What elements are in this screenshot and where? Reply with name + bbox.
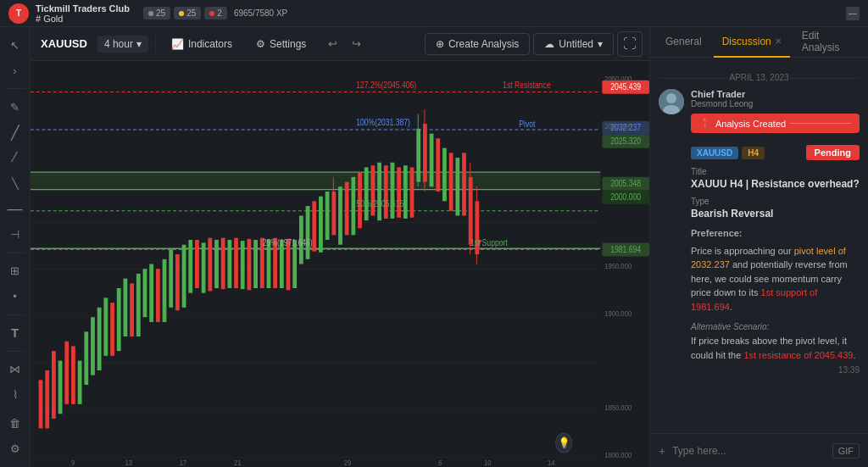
cursor-tool[interactable]: ↖ xyxy=(3,34,27,56)
nav-buttons: ↩ ↪ xyxy=(321,33,367,55)
crosshair-tool[interactable]: ╲ xyxy=(3,172,27,194)
alt-scenario-body: If price breaks above the pivot level, i… xyxy=(691,334,860,362)
svg-rect-29 xyxy=(117,288,121,351)
svg-rect-80 xyxy=(430,134,434,187)
svg-rect-66 xyxy=(351,177,355,235)
svg-rect-74 xyxy=(403,165,408,219)
svg-rect-71 xyxy=(384,165,388,219)
svg-rect-30 xyxy=(124,279,128,336)
svg-text:2000.000: 2000.000 xyxy=(604,121,632,131)
svg-rect-65 xyxy=(345,182,349,236)
svg-rect-40 xyxy=(188,240,192,293)
text-tool[interactable]: T xyxy=(3,322,27,344)
gif-button[interactable]: GIF xyxy=(832,443,860,459)
svg-rect-20 xyxy=(58,361,63,414)
svg-rect-37 xyxy=(169,249,173,307)
horizontal-tool[interactable]: — xyxy=(3,197,27,220)
svg-rect-28 xyxy=(110,303,114,356)
logo-icon: T xyxy=(8,3,29,24)
timestamp: 13:39 xyxy=(691,362,860,381)
pencil-tool[interactable]: ✎ xyxy=(3,96,27,118)
svg-rect-72 xyxy=(391,163,395,219)
alt-scenario-label: Alternative Scenario: xyxy=(691,322,860,331)
expand-tool[interactable]: › xyxy=(3,59,27,81)
timeframe-selector[interactable]: 4 hour ▾ xyxy=(97,36,148,53)
brand-text: Tickmill Traders Club # Gold xyxy=(36,3,130,24)
grid-tool[interactable]: ⊞ xyxy=(3,260,27,282)
chat-input[interactable] xyxy=(672,445,825,457)
svg-text:1981.694: 1981.694 xyxy=(610,244,641,254)
left-toolbar: ↖ › ✎ ╱ ∕ ╲ — ⊣ ⊞ • T ⋈ ⌇ 🗑 ⚙ xyxy=(0,27,31,467)
trash-tool[interactable]: 🗑 xyxy=(3,413,27,435)
svg-rect-34 xyxy=(149,264,153,322)
svg-text:1900.000: 1900.000 xyxy=(604,309,632,318)
status-badge: Pending xyxy=(806,145,860,160)
svg-rect-44 xyxy=(214,240,219,288)
svg-text:1850.000: 1850.000 xyxy=(604,403,632,412)
svg-rect-68 xyxy=(364,167,369,220)
svg-rect-75 xyxy=(410,167,415,217)
panel-input-bar: + GIF xyxy=(650,433,868,467)
title-value: XAUUU H4 | Resistance overhead? xyxy=(691,178,860,190)
svg-text:9: 9 xyxy=(71,458,75,467)
svg-text:13: 13 xyxy=(125,458,132,467)
extend-line-tool[interactable]: ⊣ xyxy=(3,223,27,245)
symbol-tag: XAUUSD xyxy=(691,147,738,159)
svg-rect-24 xyxy=(84,331,88,385)
svg-rect-48 xyxy=(241,241,245,289)
create-analysis-button[interactable]: ⊕ Create Analysis xyxy=(425,33,530,55)
svg-rect-83 xyxy=(449,153,453,210)
minimize-button[interactable]: — xyxy=(846,7,860,20)
svg-rect-47 xyxy=(234,238,238,288)
svg-rect-49 xyxy=(248,239,252,290)
avatar xyxy=(659,89,684,114)
avatar-image xyxy=(659,89,684,114)
svg-text:2050.000: 2050.000 xyxy=(604,74,632,83)
svg-rect-70 xyxy=(377,163,381,220)
svg-rect-38 xyxy=(175,254,180,310)
date-divider: APRIL 13, 2023 xyxy=(659,73,860,82)
svg-rect-43 xyxy=(208,238,212,292)
svg-rect-42 xyxy=(202,242,206,292)
svg-text:10: 10 xyxy=(484,458,492,467)
svg-rect-23 xyxy=(78,361,82,404)
settings-button[interactable]: ⚙ Settings xyxy=(248,35,314,53)
svg-rect-21 xyxy=(64,342,69,404)
svg-rect-19 xyxy=(52,351,56,419)
settings-tool[interactable]: ⚙ xyxy=(3,438,27,460)
right-panel: General Discussion ✕ Edit Analysis APRIL… xyxy=(649,27,868,467)
panel-content: APRIL 13, 2023 Chief Trader Desmond Leon… xyxy=(650,58,868,433)
svg-text:127.2%(2045.406): 127.2%(2045.406) xyxy=(356,80,416,90)
type-label: Type xyxy=(691,197,860,206)
message-body: Chief Trader Desmond Leong 📍 Analysis Cr… xyxy=(691,89,860,381)
redo-button[interactable]: ↪ xyxy=(345,33,367,55)
type-value: Bearish Reversal xyxy=(691,208,860,220)
tab-discussion[interactable]: Discussion ✕ xyxy=(714,27,790,58)
svg-rect-60 xyxy=(319,197,323,253)
svg-rect-32 xyxy=(136,274,141,336)
undo-button[interactable]: ↩ xyxy=(321,33,343,55)
xp-badges: 25 25 2 6965/7580 XP xyxy=(143,7,287,19)
fullscreen-button[interactable]: ⛶ xyxy=(617,31,643,57)
tab-edit-analysis[interactable]: Edit Analysis xyxy=(793,27,861,58)
chart-svg: 1st Resistance 127.2%(2045.406) Pivot 10… xyxy=(31,61,649,467)
diagonal-tool[interactable]: ∕ xyxy=(3,147,27,169)
dot-tool[interactable]: • xyxy=(3,286,27,308)
tab-discussion-close[interactable]: ✕ xyxy=(775,36,782,46)
svg-text:6: 6 xyxy=(438,458,442,467)
svg-rect-18 xyxy=(45,370,49,428)
untitled-button[interactable]: ☁ Untitled ▾ xyxy=(533,33,614,55)
chart-area: 1st Resistance 127.2%(2045.406) Pivot 10… xyxy=(31,61,649,467)
svg-rect-35 xyxy=(156,269,160,322)
svg-text:2045.439: 2045.439 xyxy=(610,81,641,92)
pattern-tool[interactable]: ⋈ xyxy=(3,359,27,381)
indicators-button[interactable]: 📈 Indicators xyxy=(163,35,241,53)
line-tool[interactable]: ╱ xyxy=(3,121,27,143)
svg-text:100%(2031.387): 100%(2031.387) xyxy=(356,118,410,128)
tab-general[interactable]: General xyxy=(657,27,710,58)
preference-body: Price is approaching our pivot level of … xyxy=(691,244,860,314)
badge-3: 2 xyxy=(204,7,227,19)
tag-row: XAUUSD H4 Pending xyxy=(691,145,860,160)
wave-tool[interactable]: ⌇ xyxy=(3,384,27,406)
brand-logo: T Tickmill Traders Club # Gold xyxy=(8,3,130,24)
